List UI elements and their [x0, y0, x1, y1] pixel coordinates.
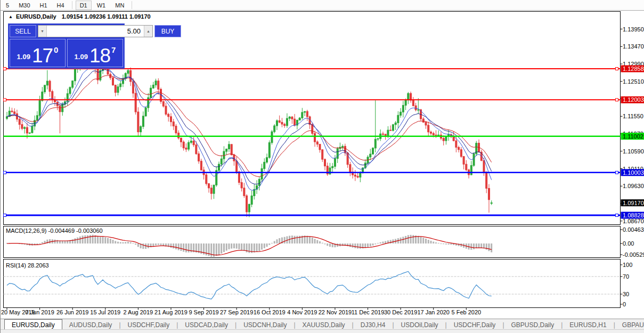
chart-tab-gbpusd-daily[interactable]: GBPUSD,Daily [504, 319, 561, 330]
volume-decrease-icon[interactable]: ▼ [38, 26, 47, 37]
sell-price-superscript: 0 [54, 45, 58, 54]
svg-text:1.13470: 1.13470 [623, 43, 644, 50]
volume-stepper: ▼ ▲ [38, 25, 153, 37]
svg-text:27 Sep 2019: 27 Sep 2019 [220, 309, 253, 315]
buy-price-superscript: 7 [111, 45, 116, 54]
date-axis: 20 May 20197 Jun 201926 Jun 201915 Jul 2… [1, 308, 481, 316]
svg-text:30: 30 [623, 291, 629, 297]
buy-price-prefix: 1.09 [75, 53, 88, 61]
one-click-trading-panel: SELL ▼ ▲ BUY 1.09 17 0 1.09 18 7 [8, 23, 125, 69]
svg-text:9 Sep 2019: 9 Sep 2019 [189, 309, 218, 315]
macd-indicator-label: MACD(12,26,9) -0.004469 -0.003060 [6, 228, 103, 234]
svg-text:15 Jul 2019: 15 Jul 2019 [90, 309, 120, 315]
svg-text:22 Nov 2019: 22 Nov 2019 [319, 309, 352, 315]
svg-text:100: 100 [623, 262, 632, 268]
svg-text:0.00463: 0.00463 [623, 226, 644, 233]
chart-tab-usdcnh-daily[interactable]: USDCNH,Daily [237, 319, 294, 330]
svg-text:1.13950: 1.13950 [623, 26, 644, 33]
chart-tab-eurusd-h1[interactable]: EURUSD,H1 [563, 319, 613, 330]
volume-input[interactable] [47, 26, 144, 37]
timeframe-button-5[interactable]: 5 [2, 1, 13, 10]
timeframe-button-m30[interactable]: M30 [14, 1, 34, 10]
sell-button[interactable]: SELL [10, 25, 36, 37]
svg-text:1.12858: 1.12858 [623, 66, 644, 72]
sell-price-display[interactable]: 1.09 17 0 [10, 39, 66, 67]
svg-text:1.08828: 1.08828 [623, 212, 644, 218]
chart-ohlc-values: 1.09154 1.09236 1.09111 1.09170 [62, 13, 151, 20]
svg-text:70: 70 [623, 273, 629, 280]
price-axis: 1.139501.134701.129901.125101.120301.115… [621, 26, 644, 224]
chart-tab-dj30-h4[interactable]: DJ30,H4 [354, 319, 393, 330]
toolbar-separator [72, 1, 72, 9]
macd-axis: 0.004630.00-0.005299 [621, 226, 644, 258]
svg-text:-0.005299: -0.005299 [623, 251, 644, 258]
chart-tab-usdchf-daily[interactable]: USDCHF,Daily [447, 319, 503, 330]
rsi-indicator-label: RSI(14) 28.2063 [6, 262, 49, 269]
symbol-tab-bar: EURUSD,DailyAUDUSD,Daily|USDCHF,Daily|US… [1, 319, 644, 330]
chart-tab-usdcad-daily[interactable]: USDCAD,Daily [178, 319, 235, 330]
svg-text:0.00: 0.00 [623, 240, 634, 247]
svg-text:1.12510: 1.12510 [623, 78, 644, 85]
svg-text:1.11002: 1.11002 [623, 133, 643, 140]
svg-text:2 Aug 2019: 2 Aug 2019 [124, 309, 153, 315]
svg-text:11 Dec 2019: 11 Dec 2019 [352, 309, 385, 315]
chart-tab-usdoil-daily[interactable]: USDOil,Daily [394, 319, 445, 330]
svg-text:30 Dec 2019: 30 Dec 2019 [384, 309, 417, 315]
chart-tab-xauusd-daily[interactable]: XAUUSD,Daily [296, 319, 352, 330]
timeframe-button-d1[interactable]: D1 [76, 1, 92, 10]
svg-text:1.12003: 1.12003 [623, 96, 644, 103]
chart-symbol-period: EURUSD,Daily [16, 13, 56, 20]
volume-increase-icon[interactable]: ▲ [144, 26, 152, 37]
svg-text:5 Feb 2020: 5 Feb 2020 [451, 309, 481, 315]
buy-price-big: 18 [89, 48, 110, 64]
svg-text:16 Oct 2019: 16 Oct 2019 [254, 309, 286, 315]
collapse-panel-icon[interactable]: ▲ [9, 14, 13, 19]
chart-tab-usdchf-daily[interactable]: USDCHF,Daily [121, 319, 177, 330]
timeframe-button-h4[interactable]: H4 [53, 1, 69, 10]
chart-tab-gbpaud-h1[interactable]: GBPAUD,H1 [615, 319, 644, 330]
svg-text:1.10003: 1.10003 [623, 169, 644, 176]
sell-price-big: 17 [32, 48, 53, 64]
svg-text:17 Jan 2020: 17 Jan 2020 [417, 309, 450, 315]
timeframe-button-h1[interactable]: H1 [36, 1, 52, 10]
svg-text:1.09170: 1.09170 [623, 200, 644, 206]
buy-price-display[interactable]: 1.09 18 7 [67, 39, 123, 67]
timeframe-button-mn[interactable]: MN [111, 1, 128, 10]
chart-title: ▲EURUSD,Daily1.09154 1.09236 1.09111 1.0… [9, 13, 151, 20]
svg-text:26 Jun 2019: 26 Jun 2019 [56, 309, 89, 315]
svg-text:1.10590: 1.10590 [623, 148, 644, 155]
timeframe-toolbar: 5M30H1H4D1W1MN [1, 0, 644, 11]
chart-tab-eurusd-daily[interactable]: EURUSD,Daily [4, 319, 62, 330]
buy-button[interactable]: BUY [154, 25, 181, 37]
status-bar [1, 329, 644, 333]
chart-tab-audusd-daily[interactable]: AUDUSD,Daily [62, 319, 119, 330]
svg-text:21 Aug 2019: 21 Aug 2019 [154, 309, 188, 315]
price-level-labels: 1.128581.120031.110021.100031.088281.091… [621, 66, 644, 219]
svg-text:1.11550: 1.11550 [623, 113, 643, 119]
trading-terminal-window: { "toolbar": { "timeframes": ["5", "M30"… [0, 0, 644, 333]
svg-text:1.09630: 1.09630 [623, 183, 644, 189]
sell-price-prefix: 1.09 [17, 53, 30, 61]
timeframe-button-w1[interactable]: W1 [93, 1, 110, 10]
svg-text:4 Nov 2019: 4 Nov 2019 [287, 309, 317, 315]
svg-text:7 Jun 2019: 7 Jun 2019 [25, 309, 54, 315]
svg-text:0: 0 [623, 301, 626, 307]
svg-text:1.08670: 1.08670 [623, 218, 644, 224]
toolbar-separator [132, 1, 132, 9]
